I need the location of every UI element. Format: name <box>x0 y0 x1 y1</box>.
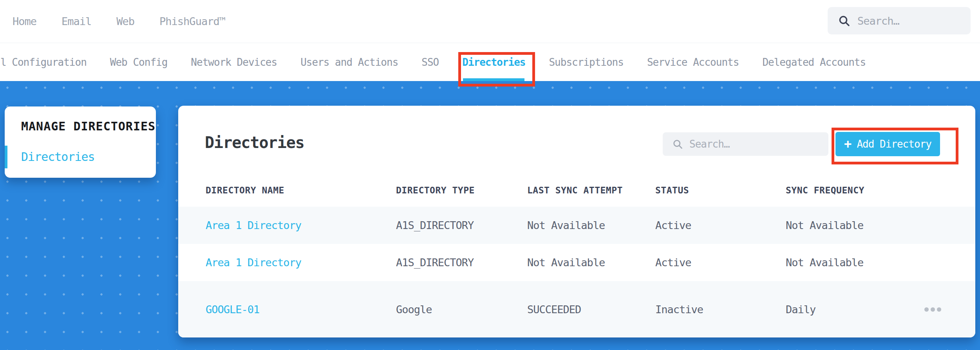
directory-type-cell: A1S_DIRECTORY <box>396 256 527 269</box>
last-sync-cell: Not Available <box>527 219 655 231</box>
col-directory-type: DIRECTORY TYPE <box>396 185 527 195</box>
col-directory-name: DIRECTORY NAME <box>206 185 396 195</box>
table-header-row: DIRECTORY NAME DIRECTORY TYPE LAST SYNC … <box>178 173 975 207</box>
directories-panel-header: Directories + Add Directory <box>178 106 975 173</box>
directories-search-input[interactable] <box>689 138 807 150</box>
plus-icon: + <box>844 137 851 150</box>
directory-name-link[interactable]: GOOGLE-01 <box>206 303 396 316</box>
status-cell: Inactive <box>655 303 786 316</box>
sidebar-item-directories[interactable]: Directories <box>5 150 156 164</box>
directory-name-link[interactable]: Area 1 Directory <box>206 256 396 269</box>
global-search-box[interactable] <box>828 7 971 34</box>
add-directory-label: Add Directory <box>857 138 931 150</box>
col-last-sync-attempt: LAST SYNC ATTEMPT <box>527 185 655 195</box>
search-icon <box>838 14 850 27</box>
global-search-input[interactable] <box>857 15 951 27</box>
top-nav: Home Email Web PhishGuard™ <box>0 0 980 43</box>
tab-email-configuration[interactable]: l Configuration <box>0 43 87 81</box>
tab-service-accounts[interactable]: Service Accounts <box>647 43 739 81</box>
page-title: Directories <box>205 134 304 152</box>
table-row: Area 1 Directory A1S_DIRECTORY Not Avail… <box>178 207 975 244</box>
directory-name-link[interactable]: Area 1 Directory <box>206 219 396 231</box>
tab-directories[interactable]: Directories <box>462 43 525 81</box>
table-row: GOOGLE-01 Google SUCCEEDED Inactive Dail… <box>178 281 975 337</box>
tab-network-devices[interactable]: Network Devices <box>191 43 277 81</box>
sync-frequency-cell: Not Available <box>786 219 924 231</box>
more-menu-icon[interactable] <box>924 307 941 312</box>
nav-item-phishguard[interactable]: PhishGuard™ <box>159 15 225 27</box>
directory-type-cell: A1S_DIRECTORY <box>396 219 527 231</box>
last-sync-cell: Not Available <box>527 256 655 269</box>
tab-users-and-actions[interactable]: Users and Actions <box>300 43 398 81</box>
tab-sso[interactable]: SSO <box>421 43 439 81</box>
tab-subscriptions[interactable]: Subscriptions <box>549 43 624 81</box>
sync-frequency-cell: Daily <box>786 303 924 316</box>
tab-delegated-accounts[interactable]: Delegated Accounts <box>762 43 866 81</box>
nav-item-web[interactable]: Web <box>116 15 134 27</box>
manage-directories-card: MANAGE DIRECTORIES Directories <box>5 106 156 178</box>
directory-type-cell: Google <box>396 303 527 316</box>
tab-web-config[interactable]: Web Config <box>110 43 168 81</box>
nav-item-home[interactable]: Home <box>13 15 36 27</box>
directories-search-box[interactable] <box>663 132 828 156</box>
directories-panel: Directories + Add Directory DIRECTORY NA… <box>178 106 975 337</box>
nav-item-email[interactable]: Email <box>61 15 91 27</box>
sidebar-heading: MANAGE DIRECTORIES <box>5 120 156 133</box>
col-status: STATUS <box>655 185 786 195</box>
table-row: Area 1 Directory A1S_DIRECTORY Not Avail… <box>178 244 975 281</box>
status-cell: Active <box>655 219 786 231</box>
col-sync-frequency: SYNC FREQUENCY <box>786 185 924 195</box>
last-sync-cell: SUCCEEDED <box>527 303 655 316</box>
settings-tab-bar: l Configuration Web Config Network Devic… <box>0 43 980 81</box>
status-cell: Active <box>655 256 786 269</box>
search-icon <box>672 139 683 150</box>
add-directory-button[interactable]: + Add Directory <box>835 132 940 156</box>
sync-frequency-cell: Not Available <box>786 256 924 269</box>
